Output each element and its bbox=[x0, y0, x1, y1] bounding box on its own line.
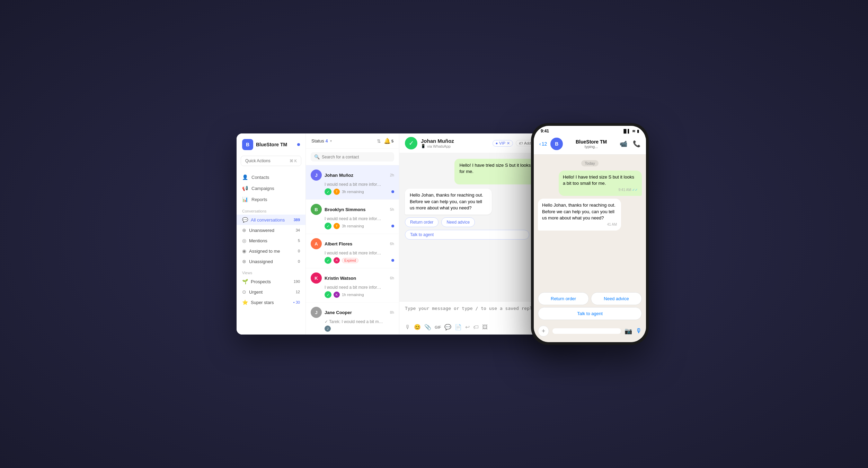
conv-item-2[interactable]: B Brooklyn Simmons 5h I would need a bit… bbox=[306, 200, 399, 234]
unanswered-badge: 34 bbox=[296, 228, 300, 232]
sidebar-item-contacts[interactable]: 👤 Contacts bbox=[237, 172, 305, 183]
sidebar-item-superstars[interactable]: ⭐ Super stars • 30 bbox=[237, 297, 305, 307]
reports-icon: 📊 bbox=[242, 197, 248, 202]
emoji-icon[interactable]: 😊 bbox=[414, 324, 421, 330]
dot-icon: ● bbox=[496, 141, 498, 145]
phone-qr-need-advice[interactable]: Need advice bbox=[591, 292, 642, 305]
conv-msg-5: ✓ Tarek: I would need a bit more informa… bbox=[311, 319, 383, 324]
sidebar-item-mentions[interactable]: ◎ Mentions 5 bbox=[237, 235, 305, 246]
phone-qr-talk-to-agent[interactable]: Talk to agent bbox=[538, 307, 642, 320]
conv-time-4: 6h bbox=[390, 276, 394, 280]
quick-reply-row2: Talk to agent bbox=[405, 230, 529, 240]
sidebar-item-reports[interactable]: 📊 Reports bbox=[237, 194, 305, 205]
video-call-icon[interactable]: 📹 bbox=[620, 140, 627, 148]
bell-icon: 🔔 bbox=[384, 138, 391, 144]
phone-msg-2-text: Hello Johan, thanks for reaching out. Be… bbox=[542, 202, 615, 220]
conv-item-3[interactable]: A Albert Flores 6h I would need a bit mo… bbox=[306, 234, 399, 268]
phone-add-button[interactable]: + bbox=[538, 326, 549, 337]
superstars-badge: • 30 bbox=[293, 300, 300, 304]
assigned-badge: 0 bbox=[298, 249, 300, 253]
sub-avatar-1: T bbox=[334, 189, 340, 195]
conv-name-3: Albert Flores bbox=[325, 241, 387, 246]
all-conversations-label: All conversations bbox=[251, 217, 285, 223]
whatsapp-chat-icon: ✓ bbox=[405, 137, 417, 149]
phone-read-icon: ✓✓ bbox=[632, 188, 638, 192]
phone-call-icon[interactable]: 📞 bbox=[633, 140, 640, 148]
sub-avatar-3: A bbox=[334, 257, 340, 263]
sidebar-item-assigned-to-me[interactable]: ◉ Assigned to me 0 bbox=[237, 246, 305, 256]
phone-mic-icon[interactable]: 🎙 bbox=[636, 327, 642, 335]
phone-messages: Today Hello! I have tried size S but it … bbox=[534, 155, 646, 292]
close-icon[interactable]: ✕ bbox=[507, 141, 510, 146]
quick-reply-need-advice[interactable]: Need advice bbox=[441, 217, 475, 227]
superstars-icon: ⭐ bbox=[242, 300, 248, 305]
conv-item-1[interactable]: J Johan Muñoz 2h I would need a bit more… bbox=[306, 165, 399, 200]
status-count: 4 bbox=[326, 139, 328, 144]
online-indicator bbox=[297, 143, 300, 146]
gif-icon[interactable]: GIF bbox=[435, 325, 441, 329]
unread-dot-2 bbox=[391, 225, 394, 227]
phone-qr-row-2: Talk to agent bbox=[538, 307, 642, 320]
avatar-4: K bbox=[311, 272, 322, 284]
whatsapp-icon-3: ✓ bbox=[325, 257, 331, 264]
quick-actions-button[interactable]: Quick Actions ⌘ K bbox=[241, 156, 301, 166]
reply-icon[interactable]: ↩ bbox=[465, 324, 470, 330]
reports-label: Reports bbox=[251, 197, 267, 202]
sidebar-item-campaigns[interactable]: 📢 Campaigns bbox=[237, 183, 305, 194]
prospects-icon: 🌱 bbox=[242, 279, 248, 284]
campaigns-label: Campaigns bbox=[251, 186, 274, 191]
quick-reply-return-order[interactable]: Return order bbox=[405, 217, 439, 227]
prospects-badge: 190 bbox=[294, 279, 300, 284]
expired-badge-3: Expired bbox=[342, 258, 358, 263]
signal-icon: ▐▌▌ bbox=[622, 129, 630, 133]
back-count: 12 bbox=[542, 141, 547, 147]
phone-input-field[interactable] bbox=[552, 328, 621, 334]
phone-camera-icon[interactable]: 📷 bbox=[625, 327, 632, 335]
sidebar-item-unanswered[interactable]: ⊕ Unanswered 34 bbox=[237, 225, 305, 235]
message-2-text: Hello Johan, thanks for reaching out. Be… bbox=[410, 192, 483, 210]
conv-msg-1: I would need a bit more information if t… bbox=[311, 182, 383, 187]
tag-toolbar-icon[interactable]: 🏷 bbox=[473, 324, 479, 330]
phone-back-button[interactable]: ‹ 12 bbox=[539, 141, 547, 147]
conv-item-5[interactable]: J Jane Cooper 8h ✓ Tarek: I would need a… bbox=[306, 303, 399, 335]
chevron-left-icon: ‹ bbox=[539, 141, 541, 147]
sidebar: B BlueStore TM Quick Actions ⌘ K 👤 Conta… bbox=[237, 133, 306, 335]
phone-qr-row-1: Return order Need advice bbox=[538, 292, 642, 305]
sidebar-item-all-conversations[interactable]: 💬 All conversations 389 bbox=[237, 215, 305, 225]
sidebar-item-unassigned[interactable]: ⊗ Unassigned 0 bbox=[237, 256, 305, 267]
quick-reply-talk-to-agent[interactable]: Talk to agent bbox=[405, 230, 529, 240]
image-icon[interactable]: 🖼 bbox=[482, 324, 488, 330]
mentions-icon: ◎ bbox=[242, 238, 246, 243]
conv-list-header: Status 4 ▾ ⇅ 🔔 5 bbox=[306, 133, 399, 149]
phone-contact-status: typing... bbox=[585, 145, 598, 149]
search-input[interactable] bbox=[322, 155, 391, 159]
search-icon: 🔍 bbox=[314, 154, 320, 159]
phone-call-icons: 📹 📞 bbox=[620, 140, 640, 148]
sidebar-item-urgent[interactable]: ⊙ Urgent 12 bbox=[237, 287, 305, 297]
contacts-icon: 👤 bbox=[242, 174, 248, 180]
unassigned-icon: ⊗ bbox=[242, 259, 246, 264]
microphone-icon[interactable]: 🎙 bbox=[405, 324, 410, 330]
time-remaining-2: 3h remaining bbox=[342, 224, 364, 228]
conv-name-1: Johan Muñoz bbox=[325, 173, 387, 178]
notifications-button[interactable]: 🔔 5 bbox=[384, 138, 393, 144]
unassigned-badge: 0 bbox=[298, 259, 300, 263]
phone-date-label: Today bbox=[581, 160, 598, 166]
phone-status-icons: ▐▌▌ ≋ ▮ bbox=[622, 129, 639, 133]
template-icon[interactable]: 💬 bbox=[444, 324, 451, 330]
phone-qr-return-order[interactable]: Return order bbox=[538, 292, 589, 305]
status-filter-button[interactable]: Status 4 ▾ bbox=[311, 138, 332, 144]
file-icon[interactable]: 📄 bbox=[455, 324, 462, 330]
phone-mockup: 9:41 ▐▌▌ ≋ ▮ ‹ 12 B BlueStore TM typing.… bbox=[531, 123, 649, 345]
conv-msg-3: I would need a bit more information if t… bbox=[311, 251, 383, 255]
attachment-icon[interactable]: 📎 bbox=[424, 324, 431, 330]
phone-contact-info: BlueStore TM typing... bbox=[566, 139, 616, 149]
all-conversations-icon: 💬 bbox=[242, 217, 248, 223]
chat-header-info: Johan Muñoz 📱 via WhatsApp bbox=[421, 138, 489, 148]
sort-button[interactable]: ⇅ bbox=[377, 138, 381, 144]
whatsapp-icon-2: ✓ bbox=[325, 223, 331, 229]
bell-count: 5 bbox=[391, 139, 393, 143]
sidebar-item-prospects[interactable]: 🌱 Prospects 190 bbox=[237, 276, 305, 287]
conv-item-4[interactable]: K Kristin Watson 6h I would need a bit m… bbox=[306, 268, 399, 303]
conversations-section-label: Conversations bbox=[237, 205, 305, 215]
